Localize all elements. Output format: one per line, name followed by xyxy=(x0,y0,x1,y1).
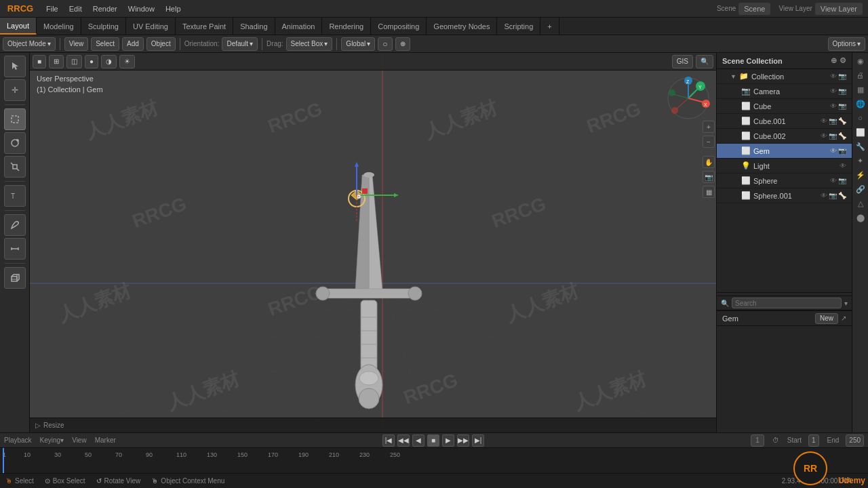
play-back-btn[interactable]: ◀ xyxy=(412,434,425,447)
mode-dropdown[interactable]: Object Mode ▾ xyxy=(3,37,56,51)
pi-material-icon[interactable]: ⬤ xyxy=(854,211,867,224)
scene-collection-item[interactable]: ▼ 📁 Collection 👁 📷 xyxy=(717,69,852,84)
vp-wireframe[interactable]: ◫ xyxy=(66,55,82,68)
vp-render-preview[interactable]: ⊞ xyxy=(49,55,64,68)
scene-light-item[interactable]: 💡 Light 👁 xyxy=(717,159,852,174)
jump-start-btn[interactable]: |◀ xyxy=(382,434,395,447)
vis-eye-s1[interactable]: 👁 xyxy=(821,192,827,199)
select-menu[interactable]: Select xyxy=(91,37,119,51)
scale-tool[interactable] xyxy=(4,156,26,178)
vis-render-c2[interactable]: 📷 xyxy=(829,132,837,140)
vis-eye[interactable]: 👁 xyxy=(830,73,837,80)
frame-indicator[interactable] xyxy=(3,448,4,473)
vis-eye-c2[interactable]: 👁 xyxy=(821,132,827,140)
tab-geometry-nodes[interactable]: Geometry Nodes xyxy=(427,18,497,35)
rotate-tool[interactable] xyxy=(4,132,26,154)
tab-scripting[interactable]: Scripting xyxy=(497,18,540,35)
nav-gizmo[interactable]: Y X Z xyxy=(667,77,711,121)
menu-render[interactable]: Render xyxy=(87,0,123,17)
stop-btn[interactable]: ■ xyxy=(427,434,439,447)
menu-window[interactable]: Window xyxy=(123,0,160,17)
vp-solid[interactable]: ● xyxy=(85,55,98,68)
tab-animation[interactable]: Animation xyxy=(275,18,323,35)
end-frame-input[interactable]: 250 xyxy=(846,434,864,447)
pi-object-icon[interactable]: ⬜ xyxy=(854,125,867,139)
zoom-in-icon[interactable]: + xyxy=(703,121,715,133)
vis-eye-cam[interactable]: 👁 xyxy=(830,87,837,95)
add-cube-tool[interactable] xyxy=(4,267,26,289)
orientation-dropdown[interactable]: Default▾ xyxy=(222,37,258,51)
pi-view-icon[interactable]: ▦ xyxy=(854,83,867,96)
vis-eye-c1[interactable]: 👁 xyxy=(821,117,827,125)
transform-gizmo[interactable] xyxy=(328,161,410,229)
vp-render-toggle[interactable]: ■ xyxy=(33,55,46,68)
tab-add[interactable]: + xyxy=(540,18,559,35)
scene-gem-item[interactable]: ⬜ Gem 👁 📷 xyxy=(717,144,852,159)
pi-scene-icon[interactable]: 🌐 xyxy=(854,97,867,110)
move-tool[interactable]: ✛ xyxy=(4,79,26,101)
scene-sphere001-item[interactable]: ⬜ Sphere.001 👁 📷 🦴 xyxy=(717,188,852,203)
transform-tool[interactable]: T xyxy=(4,185,26,207)
measure-tool[interactable] xyxy=(4,238,26,260)
vis-eye-sphere[interactable]: 👁 xyxy=(830,177,837,184)
step-fwd-btn[interactable]: ▶▶ xyxy=(457,434,469,447)
marker-timeline[interactable]: Marker xyxy=(95,436,116,444)
tab-shading[interactable]: Shading xyxy=(233,18,275,35)
props-expand-icon[interactable]: ↗ xyxy=(841,314,846,322)
viewport-render-icon[interactable]: ▦ xyxy=(703,186,715,198)
vis-render-cam[interactable]: 📷 xyxy=(838,87,846,95)
viewport-area[interactable]: 人人素材 RRCG 人人素材 RRCG RRCG RRCG 人人素材 RRCG … xyxy=(30,53,716,432)
vis-render-gem[interactable]: 📷 xyxy=(838,147,846,155)
vis-armature-c2[interactable]: 🦴 xyxy=(838,132,846,140)
props-search-input[interactable] xyxy=(732,298,842,308)
vis-eye-cube[interactable]: 👁 xyxy=(830,102,837,110)
scene-name[interactable]: Scene xyxy=(738,3,770,15)
annotate-tool[interactable] xyxy=(4,214,26,236)
cursor-tool[interactable] xyxy=(4,56,26,77)
camera-icon[interactable]: 📷 xyxy=(703,171,715,183)
vis-render-s1[interactable]: 📷 xyxy=(829,192,837,199)
vis-render-sphere[interactable]: 📷 xyxy=(838,177,846,184)
tab-compositing[interactable]: Compositing xyxy=(371,18,427,35)
select-tool[interactable] xyxy=(4,108,26,130)
new-material-btn[interactable]: New xyxy=(815,313,838,324)
scene-filter-icon[interactable]: ⊕ xyxy=(831,56,837,65)
vis-render-cube[interactable]: 📷 xyxy=(838,102,846,110)
scene-cube002-item[interactable]: ⬜ Cube.002 👁 📷 🦴 xyxy=(717,129,852,144)
vis-armature-c1[interactable]: 🦴 xyxy=(838,117,846,125)
tab-texture-paint[interactable]: Texture Paint xyxy=(176,18,233,35)
view-layer-name[interactable]: View Layer xyxy=(815,3,863,15)
vp-rendered[interactable]: ☀ xyxy=(119,55,135,68)
resize-bar[interactable]: ▷ Resize xyxy=(30,418,716,432)
vp-search[interactable]: 🔍 xyxy=(696,55,713,68)
tab-rendering[interactable]: Rendering xyxy=(322,18,371,35)
pi-world-icon[interactable]: ○ xyxy=(854,111,867,125)
start-frame-input[interactable]: 1 xyxy=(808,434,819,447)
menu-file[interactable]: File xyxy=(41,0,64,17)
props-filter-icon[interactable]: ▾ xyxy=(844,300,848,307)
vis-render-c1[interactable]: 📷 xyxy=(829,117,837,125)
pi-render-icon[interactable]: ◉ xyxy=(854,54,867,68)
transform-dropdown[interactable]: Global▾ xyxy=(341,37,375,51)
vis-armature-s1[interactable]: 🦴 xyxy=(838,192,846,199)
zoom-out-icon[interactable]: − xyxy=(703,136,715,148)
step-back-btn[interactable]: ◀◀ xyxy=(397,434,410,447)
vp-gis-toggle[interactable]: GIS xyxy=(672,55,693,68)
tab-layout[interactable]: Layout xyxy=(0,18,37,35)
vis-eye-light[interactable]: 👁 xyxy=(840,162,846,169)
menu-edit[interactable]: Edit xyxy=(64,0,87,17)
scene-options-icon[interactable]: ⚙ xyxy=(840,56,846,65)
view-timeline[interactable]: View xyxy=(72,436,87,444)
play-fwd-btn[interactable]: ▶ xyxy=(442,434,454,447)
options-btn[interactable]: Options▾ xyxy=(828,37,865,51)
scene-cube001-item[interactable]: ⬜ Cube.001 👁 📷 🦴 xyxy=(717,114,852,129)
vp-material[interactable]: ◑ xyxy=(101,55,117,68)
scene-camera-item[interactable]: 📷 Camera 👁 📷 xyxy=(717,84,852,99)
timeline-ruler[interactable]: 1 10 30 50 70 90 110 130 150 170 190 210… xyxy=(0,448,868,473)
pi-data-icon[interactable]: △ xyxy=(854,197,867,210)
pi-modifier-icon[interactable]: 🔧 xyxy=(854,140,867,153)
tab-modeling[interactable]: Modeling xyxy=(37,18,81,35)
drag-dropdown[interactable]: Select Box▾ xyxy=(286,37,333,51)
pi-output-icon[interactable]: 🖨 xyxy=(854,68,867,82)
menu-help[interactable]: Help xyxy=(160,0,186,17)
